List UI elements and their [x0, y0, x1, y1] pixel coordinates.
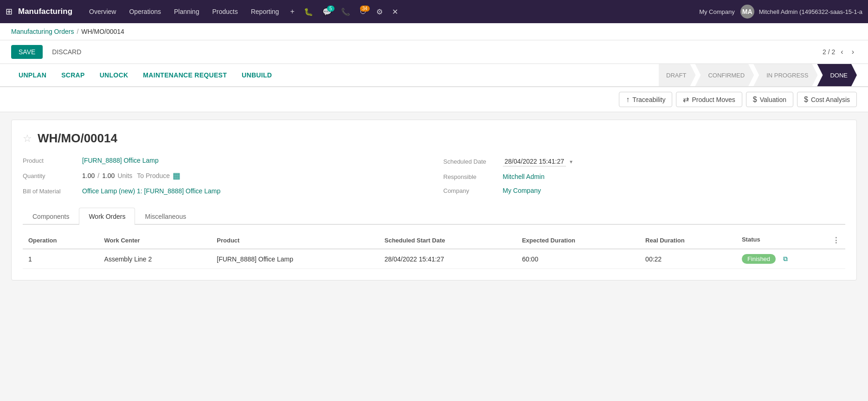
cell-operation: 1: [23, 249, 99, 269]
unplan-button[interactable]: UNPLAN: [11, 65, 54, 85]
nav-planning[interactable]: Planning: [168, 5, 205, 18]
tab-components[interactable]: Components: [23, 208, 79, 225]
col-real-duration: Real Duration: [640, 232, 736, 249]
pagination: 2 / 2 ‹ ›: [823, 47, 857, 57]
table-options-icon[interactable]: ⋮: [832, 236, 840, 245]
product-field-row: Product [FURN_8888] Office Lamp: [23, 157, 425, 164]
next-page-button[interactable]: ›: [849, 47, 857, 57]
product-value[interactable]: [FURN_8888] Office Lamp: [82, 157, 159, 164]
col-product: Product: [211, 232, 379, 249]
tab-work-orders[interactable]: Work Orders: [79, 208, 135, 225]
nav-reporting[interactable]: Reporting: [245, 5, 285, 18]
responsible-field-row: Responsible Mitchell Admin: [444, 173, 846, 180]
status-actions: UNPLAN SCRAP UNLOCK MAINTENANCE REQUEST …: [11, 65, 279, 85]
user-name: Mitchell Admin (14956322-saas-15-1-a: [759, 8, 862, 15]
chat-badge: 5: [327, 6, 334, 12]
save-button[interactable]: SAVE: [11, 45, 43, 59]
pagination-text: 2 / 2: [823, 48, 835, 56]
col-expected-duration: Expected Duration: [516, 232, 640, 249]
bug-icon[interactable]: 🐛: [300, 5, 317, 19]
scrap-button[interactable]: SCRAP: [54, 65, 92, 85]
company-value[interactable]: My Company: [503, 187, 541, 194]
cell-expected-duration: 60:00: [516, 249, 640, 269]
col-operation: Operation: [23, 232, 99, 249]
step-draft: DRAFT: [659, 64, 695, 86]
unlock-button[interactable]: UNLOCK: [92, 65, 136, 85]
close-icon[interactable]: ✕: [388, 5, 402, 19]
nav-overview[interactable]: Overview: [84, 5, 122, 18]
tabs-row: Components Work Orders Miscellaneous: [23, 208, 845, 225]
top-navigation: ⊞ Manufacturing Overview Operations Plan…: [0, 0, 868, 23]
app-title: Manufacturing: [18, 7, 72, 16]
external-link-icon[interactable]: ⧉: [783, 255, 788, 262]
tab-miscellaneous[interactable]: Miscellaneous: [135, 208, 196, 225]
breadcrumb-parent[interactable]: Manufacturing Orders: [11, 28, 74, 35]
product-moves-icon: ⇄: [683, 95, 689, 104]
qty-unit: Units: [117, 172, 132, 179]
breadcrumb: Manufacturing Orders / WH/MO/00014: [0, 23, 868, 40]
table-row: 1 Assembly Line 2 [FURN_8888] Office Lam…: [23, 249, 845, 269]
quantity-row: 1.00 / 1.00 Units To Produce ▦: [82, 171, 180, 181]
cost-analysis-button[interactable]: $ Cost Analysis: [797, 92, 857, 107]
chat-icon[interactable]: 💬 5: [319, 5, 335, 19]
nav-operations[interactable]: Operations: [123, 5, 166, 18]
valuation-icon: $: [753, 95, 757, 104]
record-title-row: ☆ WH/MO/00014: [23, 131, 845, 146]
bom-label: Bill of Material: [23, 188, 78, 195]
valuation-button[interactable]: $ Valuation: [746, 92, 793, 107]
clock-badge: 34: [360, 6, 370, 12]
fields-left: Product [FURN_8888] Office Lamp Quantity…: [23, 157, 425, 195]
date-field: 28/04/2022 15:41:27 ▾: [503, 157, 572, 166]
work-orders-table: Operation Work Center Product Scheduled …: [23, 232, 845, 269]
bom-field-row: Bill of Material Office Lamp (new) 1: [F…: [23, 187, 425, 195]
cell-status: Finished ⧉: [736, 249, 845, 269]
company-name: My Company: [699, 8, 735, 15]
status-bar: UNPLAN SCRAP UNLOCK MAINTENANCE REQUEST …: [0, 64, 868, 87]
nav-products[interactable]: Products: [206, 5, 243, 18]
product-label: Product: [23, 157, 78, 164]
date-dropdown-icon[interactable]: ▾: [570, 159, 572, 165]
action-bar: SAVE DISCARD 2 / 2 ‹ ›: [0, 40, 868, 64]
traceability-button[interactable]: ↑ Traceability: [619, 92, 672, 107]
cell-real-duration: 00:22: [640, 249, 736, 269]
clock-icon[interactable]: ⏱ 34: [356, 5, 371, 19]
quantity-label: Quantity: [23, 172, 78, 179]
col-scheduled-start-date: Scheduled Start Date: [379, 232, 516, 249]
cell-product: [FURN_8888] Office Lamp: [211, 249, 379, 269]
quantity-field-row: Quantity 1.00 / 1.00 Units To Produce ▦: [23, 171, 425, 181]
avatar: MA: [740, 5, 754, 19]
breadcrumb-separator: /: [77, 28, 78, 35]
col-status: Status ⋮: [736, 232, 845, 249]
scheduled-date-label: Scheduled Date: [444, 158, 499, 165]
status-steps: DRAFT CONFIRMED IN PROGRESS DONE: [659, 64, 857, 86]
col-work-center: Work Center: [99, 232, 212, 249]
cell-scheduled-start-date: 28/04/2022 15:41:27: [379, 249, 516, 269]
responsible-label: Responsible: [444, 173, 499, 180]
fields-right: Scheduled Date 28/04/2022 15:41:27 ▾ Res…: [444, 157, 846, 195]
cost-analysis-icon: $: [804, 95, 808, 104]
maintenance-request-button[interactable]: MAINTENANCE REQUEST: [135, 65, 234, 85]
bom-value[interactable]: Office Lamp (new) 1: [FURN_8888] Office …: [82, 187, 220, 195]
add-menu-button[interactable]: +: [286, 5, 298, 19]
discard-button[interactable]: DISCARD: [46, 45, 87, 59]
phone-icon[interactable]: 📞: [337, 5, 354, 19]
record-title: WH/MO/00014: [38, 131, 117, 146]
traceability-icon: ↑: [626, 95, 630, 104]
fields-grid: Product [FURN_8888] Office Lamp Quantity…: [23, 157, 845, 195]
step-confirmed: CONFIRMED: [695, 64, 754, 86]
responsible-value[interactable]: Mitchell Admin: [503, 173, 545, 180]
scheduled-date-value[interactable]: 28/04/2022 15:41:27: [503, 157, 566, 166]
cell-work-center: Assembly Line 2: [99, 249, 212, 269]
main-content: ☆ WH/MO/00014 Product [FURN_8888] Office…: [11, 120, 857, 280]
status-badge: Finished: [742, 254, 776, 264]
prev-page-button[interactable]: ‹: [838, 47, 846, 57]
step-in-progress: IN PROGRESS: [753, 64, 817, 86]
scheduled-date-field-row: Scheduled Date 28/04/2022 15:41:27 ▾: [444, 157, 846, 166]
chart-icon[interactable]: ▦: [173, 171, 180, 181]
settings-icon[interactable]: ⚙: [373, 5, 386, 19]
product-moves-button[interactable]: ⇄ Product Moves: [676, 92, 742, 107]
qty-max: 1.00: [102, 172, 115, 179]
favorite-star-icon[interactable]: ☆: [23, 133, 32, 145]
unbuild-button[interactable]: UNBUILD: [234, 65, 279, 85]
app-grid-icon[interactable]: ⊞: [6, 6, 13, 17]
